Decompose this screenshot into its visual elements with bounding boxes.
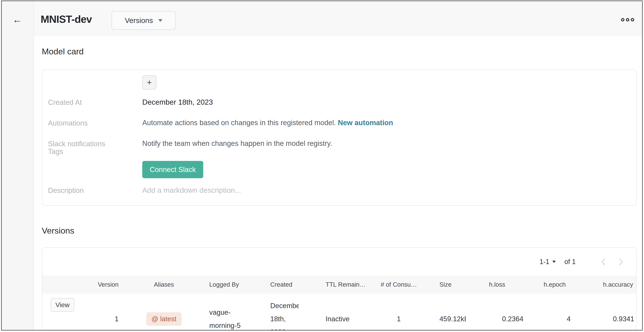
created-at-label: Created At (48, 98, 82, 106)
created-cell: December 18th, 2023 (264, 299, 320, 331)
overflow-dot-icon (621, 18, 624, 22)
ttl-value: Inactive (326, 315, 350, 323)
column-header-created: Created (264, 281, 320, 288)
version-table-row[interactable]: View 1 @ latest vague-morning-5 December… (42, 294, 636, 331)
h-accuracy-cell: 0.9341 (584, 315, 636, 323)
ttl-remaining-cell: Inactive (320, 315, 374, 323)
back-arrow-icon: ← (12, 14, 22, 25)
tags-label: Tags (48, 148, 63, 156)
aliases-cell: @ latest (123, 312, 205, 326)
back-button[interactable]: ← (10, 12, 25, 27)
model-card-panel: Tags + Created At December 18th, 2023 Au… (42, 70, 637, 206)
chevron-left-icon (600, 257, 606, 266)
logged-by-cell: vague-morning-5 (205, 306, 264, 331)
next-page-button[interactable] (618, 257, 624, 266)
slack-notifications-label: Slack notifications (48, 140, 105, 148)
version-cell: 1 (81, 315, 123, 323)
overflow-menu-button[interactable] (620, 16, 636, 23)
run-link[interactable]: vague-morning-5 (209, 306, 253, 331)
overflow-dot-icon (626, 18, 629, 22)
consumer-count-cell: 1 (374, 315, 424, 323)
page-size-dropdown[interactable]: 1-1 (540, 258, 556, 266)
description-editor[interactable]: Add a markdown description... (142, 186, 241, 194)
created-value: December 18th, 2023 (270, 299, 299, 331)
h-epoch-cell: 4 (526, 315, 584, 323)
column-header-version: Version (81, 281, 123, 288)
column-header-size: Size (424, 281, 468, 288)
page-range-label: 1-1 (540, 258, 549, 266)
page-total-label: of 1 (564, 258, 576, 266)
created-at-value: December 18th, 2023 (142, 98, 213, 106)
column-header-logged-by: Logged By (205, 281, 264, 288)
column-header-consumer-count: # of Consu… (374, 281, 424, 288)
size-cell: 459.12kB (424, 315, 468, 323)
page-title: MNIST-dev (41, 13, 92, 25)
column-header-h-accuracy: h.accuracy (584, 281, 636, 288)
size-value: 459.12kB (440, 315, 466, 323)
versions-dropdown[interactable]: Versions (112, 11, 176, 30)
overflow-dot-icon (631, 18, 634, 22)
automations-value: Automate actions based on changes in thi… (142, 119, 393, 127)
versions-table-panel: 1-1 of 1 Version Aliases Logged By Creat… (42, 248, 637, 331)
description-label: Description (48, 186, 84, 194)
chevron-down-icon (552, 261, 556, 263)
automations-label: Automations (48, 119, 88, 127)
chevron-down-icon (158, 19, 162, 22)
automations-text: Automate actions based on changes in thi… (142, 119, 336, 127)
model-card-heading: Model card (42, 47, 84, 56)
connect-slack-button[interactable]: Connect Slack (142, 161, 203, 178)
chevron-right-icon (618, 257, 624, 266)
versions-heading: Versions (42, 226, 74, 236)
add-tag-button[interactable]: + (142, 75, 156, 90)
vertical-divider (34, 1, 34, 330)
plus-icon: + (147, 78, 152, 87)
versions-dropdown-label: Versions (125, 16, 153, 25)
new-automation-link[interactable]: New automation (338, 119, 393, 127)
view-version-button[interactable]: View (51, 298, 74, 312)
alias-badge-latest[interactable]: @ latest (146, 312, 182, 326)
left-rail (2, 1, 34, 330)
slack-notifications-text: Notify the team when changes happen in t… (142, 140, 332, 148)
table-pagination: 1-1 of 1 (42, 248, 636, 276)
column-header-aliases: Aliases (123, 281, 205, 288)
h-loss-cell: 0.2364 (468, 315, 526, 323)
column-header-ttl-remaining: TTL Remain… (320, 281, 374, 288)
prev-page-button[interactable] (600, 257, 606, 266)
table-header-row: Version Aliases Logged By Created TTL Re… (42, 276, 636, 294)
column-header-h-epoch: h.epoch (526, 281, 584, 288)
column-header-h-loss: h.loss (468, 281, 526, 288)
